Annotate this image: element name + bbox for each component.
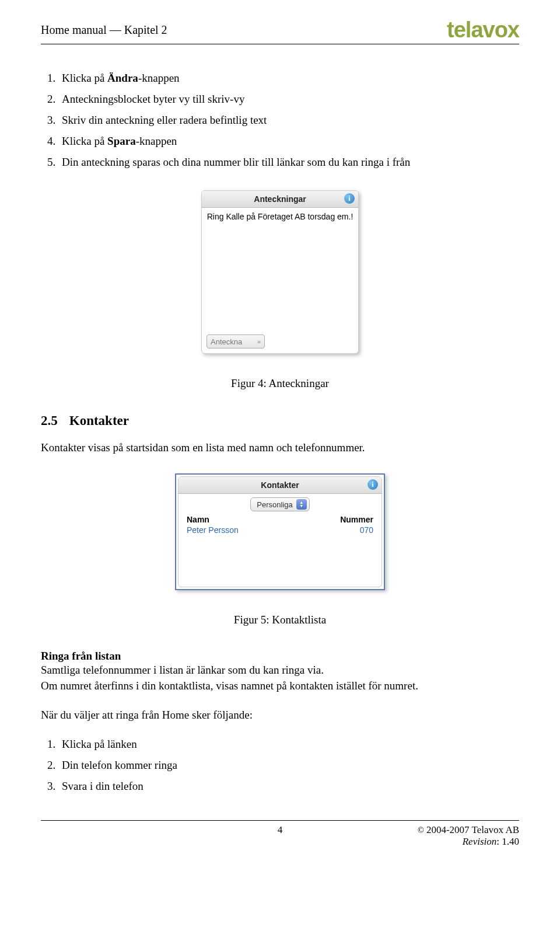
figure-kontaktlista: Kontakter i Personliga ▲▼ Namn Nummer <box>41 473 519 590</box>
column-name: Namn <box>187 515 209 524</box>
note-input-placeholder: Anteckna <box>211 337 242 346</box>
steps-list-2: Klicka på länken Din telefon kommer ring… <box>41 734 519 797</box>
info-icon[interactable]: i <box>344 193 355 204</box>
header-title: Home manual — Kapitel 2 <box>41 23 167 37</box>
steps-list-1: Klicka på Ändra-knappen Anteckningsblock… <box>41 68 519 173</box>
footer-revision: Revision: 1.40 <box>418 836 519 848</box>
dropdown-selected-label: Personliga <box>257 500 292 509</box>
page-number: 4 <box>278 824 283 836</box>
updown-icon: ▲▼ <box>296 499 307 510</box>
panel-title: Anteckningar <box>254 194 306 204</box>
brand-logo: telavox <box>447 18 519 43</box>
page-footer: 4 © 2004-2007 Telavox AB Revision: 1.40 <box>41 820 519 848</box>
panel-titlebar: Kontakter i <box>178 477 382 494</box>
table-header: Namn Nummer <box>187 515 373 524</box>
info-icon[interactable]: i <box>368 479 378 490</box>
contact-number[interactable]: 070 <box>360 525 373 535</box>
section-heading-kontakter: 2.5Kontakter <box>41 413 519 428</box>
footer-copyright: © 2004-2007 Telavox AB <box>418 824 519 836</box>
list-item: Klicka på Spara-knappen <box>58 131 519 152</box>
list-item: Svara i din telefon <box>58 776 519 797</box>
list-item: Din telefon kommer ringa <box>58 755 519 776</box>
list-item: Din anteckning sparas och dina nummer bl… <box>58 152 519 173</box>
subheading-ringa: Ringa från listan <box>41 650 519 663</box>
page-header: Home manual — Kapitel 2 telavox <box>41 18 519 44</box>
panel-titlebar: Anteckningar i <box>202 191 358 208</box>
notes-body: Ring Kalle på Företaget AB torsdag em.! <box>202 208 358 330</box>
para: Samtliga telefonnummer i listan är länka… <box>41 663 519 678</box>
contact-category-dropdown[interactable]: Personliga ▲▼ <box>250 497 309 511</box>
panel-title: Kontakter <box>261 480 299 490</box>
chevron-right-icon: » <box>257 338 261 345</box>
figure-5-caption: Figur 5: Kontaktlista <box>41 614 519 626</box>
contacts-panel: Kontakter i Personliga ▲▼ Namn Nummer <box>175 473 385 590</box>
list-item: Anteckningsblocket byter vy till skriv-v… <box>58 89 519 110</box>
notes-panel: Anteckningar i Ring Kalle på Företaget A… <box>201 190 359 354</box>
table-row: Peter Persson 070 <box>187 525 373 535</box>
note-input[interactable]: Anteckna » <box>206 334 265 349</box>
list-item: Skriv din anteckning eller radera befint… <box>58 110 519 131</box>
para: Om numret återfinns i din kontaktlista, … <box>41 678 519 694</box>
list-item: Klicka på länken <box>58 734 519 755</box>
list-item: Klicka på Ändra-knappen <box>58 68 519 89</box>
note-input-wrap: Anteckna » <box>206 334 354 349</box>
contact-name[interactable]: Peter Persson <box>187 525 239 535</box>
column-number: Nummer <box>340 515 373 524</box>
section-intro: Kontakter visas på startsidan som en lis… <box>41 440 519 456</box>
figure-4-caption: Figur 4: Anteckningar <box>41 377 519 390</box>
para: När du väljer att ringa från Home sker f… <box>41 708 519 723</box>
figure-anteckningar: Anteckningar i Ring Kalle på Företaget A… <box>41 190 519 354</box>
